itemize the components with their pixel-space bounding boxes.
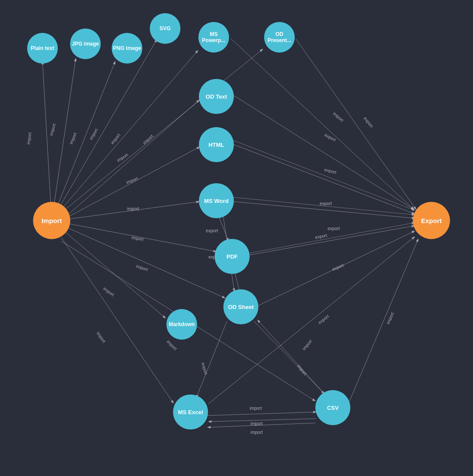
edge-import-svg: [52, 39, 157, 220]
label-import-mspowerp: import: [110, 132, 121, 145]
label-import-msexcel: import: [95, 331, 106, 344]
jpg-image-node[interactable]: JPG image: [70, 28, 101, 59]
edge-import-png: [52, 61, 115, 220]
label-odpresent-export: export: [363, 116, 374, 128]
label-import-msword: import: [127, 206, 139, 211]
label-html-export: export: [324, 167, 337, 174]
edge-import-msexcel: [61, 238, 173, 403]
edge-mspowerp-export: [231, 39, 414, 210]
label-odsheet-msexcel-export: export: [201, 362, 208, 375]
ms-excel-node[interactable]: MS Excel: [173, 394, 208, 430]
label-msexcel-export: export: [317, 314, 330, 325]
label-msword-pdf-export: export: [206, 228, 218, 233]
edge-odsheet-csv: [254, 321, 324, 394]
label-import-odpresent: import: [142, 134, 154, 146]
label-import-csv: import: [166, 339, 178, 352]
ms-powerpoint-node[interactable]: MS Powerp...: [198, 22, 229, 53]
label-msexcel-csv-import: import: [250, 406, 262, 411]
label-import-pdf: import: [131, 235, 144, 242]
png-image-node[interactable]: PNG image: [112, 33, 142, 64]
csv-node[interactable]: CSV: [315, 390, 350, 425]
edge-import-plaintext: [42, 61, 52, 220]
label-import-png: import: [69, 132, 78, 145]
html-node[interactable]: HTML: [199, 127, 234, 162]
label-import-html: import: [126, 176, 139, 185]
label-import-svg: import: [88, 128, 99, 141]
label-odsheet-export: export: [332, 263, 345, 272]
label-import-odtext: import: [116, 152, 129, 163]
plain-text-node[interactable]: Plain text: [27, 33, 58, 64]
label-import-markdown: import: [102, 286, 115, 297]
od-sheet-node[interactable]: OD Sheet: [223, 289, 258, 324]
label-csv-odsheet: import: [301, 339, 313, 352]
od-presentation-node[interactable]: OD Present...: [264, 22, 295, 53]
markdown-node[interactable]: Markdown: [166, 309, 197, 340]
edge-odpresent-export: [296, 39, 416, 210]
pdf-node[interactable]: PDF: [215, 239, 250, 274]
import-node[interactable]: Import: [33, 202, 71, 239]
edge-csv-odsheet: [258, 320, 325, 394]
label-import-odsheet: import: [135, 263, 148, 272]
svg-node[interactable]: SVG: [150, 13, 180, 44]
edge-odtext-export: [234, 96, 414, 210]
label-odsheet-csv: import: [296, 363, 307, 376]
label-pdf-export: export: [314, 233, 327, 240]
label-msword-export: export: [320, 201, 332, 206]
edge-odsheet-msexcel-export: [196, 321, 227, 398]
label-csv-msexcel-import3: import: [251, 430, 263, 435]
od-text-node[interactable]: OD Text: [199, 79, 234, 114]
label-odtext-export: export: [324, 132, 337, 142]
label-mspowerp-export: export: [332, 111, 345, 123]
graph-canvas: import import import import import impor…: [0, 0, 473, 476]
ms-word-node[interactable]: MS Word: [199, 183, 234, 218]
label-import-plaintext: import: [26, 132, 32, 145]
edge-csv-export: [349, 239, 418, 403]
label-import-jpg: import: [49, 123, 56, 136]
label-pdf-export2: export: [328, 226, 340, 231]
edge-msexcel-csv-import: [208, 412, 316, 416]
export-node[interactable]: Export: [413, 202, 450, 239]
